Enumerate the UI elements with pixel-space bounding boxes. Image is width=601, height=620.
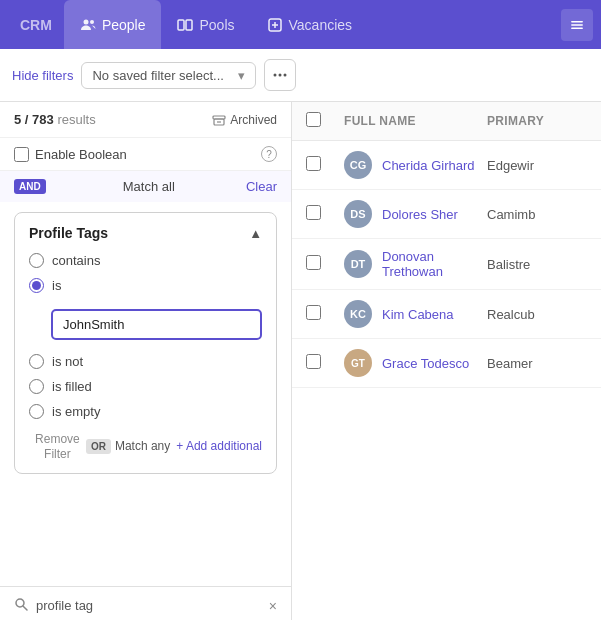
radio-is[interactable]: [29, 278, 44, 293]
avatar-4: KC: [344, 300, 372, 328]
svg-point-1: [90, 20, 94, 24]
dots-icon: [273, 68, 287, 82]
filter-text-input[interactable]: [51, 309, 262, 340]
option-is-not-label: is not: [52, 354, 83, 369]
vacancies-icon: [267, 17, 283, 33]
row-4-checkbox[interactable]: [306, 305, 321, 320]
tab-people-label: People: [102, 17, 146, 33]
boolean-label: Enable Boolean: [14, 147, 127, 162]
boolean-row: Enable Boolean ?: [0, 138, 291, 171]
text-input-wrapper: [51, 309, 262, 340]
saved-filter-select[interactable]: No saved filter select... ▾: [81, 62, 256, 89]
table-row[interactable]: CG Cherida Girhard Edgewir: [292, 141, 601, 190]
row-5-checkbox[interactable]: [306, 354, 321, 369]
row-3-checkbox[interactable]: [306, 255, 321, 270]
people-icon: [80, 17, 96, 33]
option-contains[interactable]: contains: [29, 253, 262, 268]
filter-card-footer: Remove Filter OR Match any + Add additio…: [29, 431, 262, 461]
menu-icon: [569, 17, 585, 33]
svg-point-12: [284, 74, 287, 77]
table-row[interactable]: GT Grace Todesco Beamer: [292, 339, 601, 388]
option-contains-label: contains: [52, 253, 100, 268]
table-header: Full Name Primary: [292, 102, 601, 141]
row-checkbox-5[interactable]: [306, 354, 334, 372]
radio-is-empty[interactable]: [29, 404, 44, 419]
tab-people[interactable]: People: [64, 0, 162, 49]
nav-right-button[interactable]: [561, 9, 593, 41]
boolean-text: Enable Boolean: [35, 147, 127, 162]
archived-label: Archived: [230, 113, 277, 127]
col-primary-header: Primary: [487, 114, 587, 128]
archived-badge[interactable]: Archived: [212, 113, 277, 127]
row-2-company: Camimb: [487, 207, 587, 222]
filter-card: Profile Tags ▲ contains is: [14, 212, 277, 474]
row-2-checkbox[interactable]: [306, 205, 321, 220]
row-checkbox-4[interactable]: [306, 305, 334, 323]
match-any-button[interactable]: OR Match any: [86, 439, 170, 454]
table-row[interactable]: DT Donovan Trethowan Balistre: [292, 239, 601, 290]
row-1-checkbox[interactable]: [306, 156, 321, 171]
option-is-not[interactable]: is not: [29, 354, 262, 369]
main-layout: 5 / 783 results Archived Enable Boolean …: [0, 102, 601, 620]
tab-vacancies[interactable]: Vacancies: [251, 0, 369, 49]
results-bar: 5 / 783 results Archived: [0, 102, 291, 138]
archive-icon: [212, 113, 226, 127]
svg-point-0: [83, 19, 88, 24]
svg-rect-3: [186, 20, 192, 30]
svg-line-17: [23, 606, 27, 610]
row-checkbox-3[interactable]: [306, 255, 334, 273]
tag-search-input[interactable]: [36, 598, 261, 613]
avatar-2: DS: [344, 200, 372, 228]
svg-point-11: [279, 74, 282, 77]
filter-card-title: Profile Tags: [29, 225, 108, 241]
option-is-filled[interactable]: is filled: [29, 379, 262, 394]
right-panel: Full Name Primary CG Cherida Girhard Edg…: [292, 102, 601, 620]
option-is-filled-label: is filled: [52, 379, 92, 394]
add-additional-button[interactable]: + Add additional: [176, 439, 262, 454]
radio-contains[interactable]: [29, 253, 44, 268]
footer-actions: OR Match any + Add additional: [86, 439, 262, 454]
select-all-checkbox[interactable]: [306, 112, 321, 127]
tab-pools-label: Pools: [199, 17, 234, 33]
table-row[interactable]: DS Dolores Sher Camimb: [292, 190, 601, 239]
collapse-button[interactable]: ▲: [249, 226, 262, 241]
svg-rect-8: [571, 24, 583, 26]
filter-card-header: Profile Tags ▲: [29, 225, 262, 241]
svg-rect-9: [571, 27, 583, 29]
row-checkbox-1[interactable]: [306, 156, 334, 174]
row-4-name: Kim Cabena: [382, 307, 477, 322]
select-arrow-icon: ▾: [238, 68, 245, 83]
tab-pools[interactable]: Pools: [161, 0, 250, 49]
results-count: 5 / 783 results: [14, 112, 96, 127]
radio-is-filled[interactable]: [29, 379, 44, 394]
filter-section: Profile Tags ▲ contains is: [0, 202, 291, 586]
radio-group: contains is is not is fi: [29, 253, 262, 419]
remove-filter-button[interactable]: Remove Filter: [35, 432, 80, 461]
row-1-name: Cherida Girhard: [382, 158, 477, 173]
search-svg: [14, 597, 28, 611]
row-checkbox-2[interactable]: [306, 205, 334, 223]
match-any-label: Match any: [115, 439, 170, 453]
col-fullname-header: Full Name: [344, 114, 477, 128]
help-icon[interactable]: ?: [261, 146, 277, 162]
avatar-5: GT: [344, 349, 372, 377]
tab-vacancies-label: Vacancies: [289, 17, 353, 33]
svg-rect-2: [178, 20, 184, 30]
row-1-company: Edgewir: [487, 158, 587, 173]
hide-filters-button[interactable]: Hide filters: [12, 68, 73, 83]
row-2-name: Dolores Sher: [382, 207, 477, 222]
option-is-label: is: [52, 278, 61, 293]
option-is-empty[interactable]: is empty: [29, 404, 262, 419]
row-4-company: Realcub: [487, 307, 587, 322]
clear-button[interactable]: Clear: [246, 179, 277, 194]
radio-is-not[interactable]: [29, 354, 44, 369]
option-is[interactable]: is: [29, 278, 262, 293]
row-3-name: Donovan Trethowan: [382, 249, 477, 279]
filter-bar: Hide filters No saved filter select... ▾: [0, 49, 601, 102]
filter-options-button[interactable]: [264, 59, 296, 91]
search-bottom: ×: [0, 586, 291, 620]
table-row[interactable]: KC Kim Cabena Realcub: [292, 290, 601, 339]
clear-search-icon[interactable]: ×: [269, 598, 277, 614]
and-badge: AND: [14, 179, 46, 194]
boolean-checkbox[interactable]: [14, 147, 29, 162]
